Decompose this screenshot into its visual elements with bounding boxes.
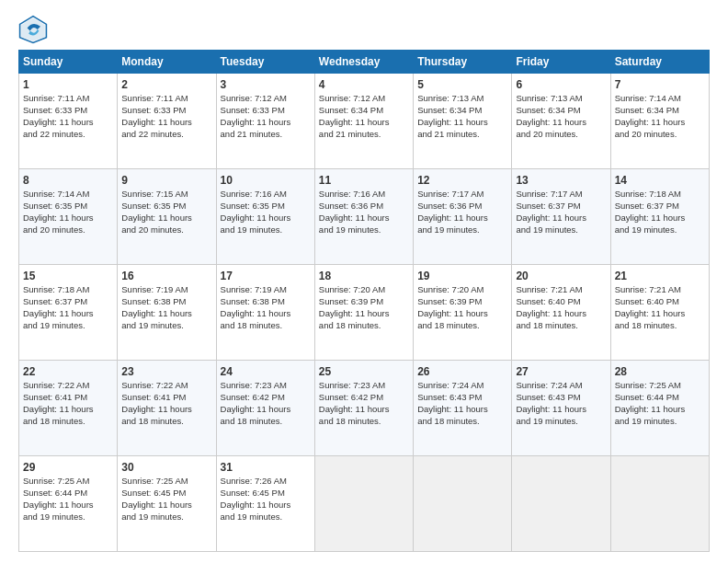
day-cell: 20Sunrise: 7:21 AMSunset: 6:40 PMDayligh… <box>512 265 610 361</box>
page: SundayMondayTuesdayWednesdayThursdayFrid… <box>0 0 728 563</box>
day-info-line: Sunset: 6:43 PM <box>417 392 507 404</box>
day-number: 11 <box>319 173 409 188</box>
day-info-line: and 19 minutes. <box>615 224 705 236</box>
day-number: 17 <box>221 269 311 283</box>
day-info-line: Sunrise: 7:14 AM <box>615 93 705 105</box>
day-info-line: Sunrise: 7:18 AM <box>23 284 113 296</box>
day-cell <box>610 456 709 552</box>
day-info-line: Sunrise: 7:26 AM <box>221 476 311 488</box>
day-info-line: Daylight: 11 hours <box>615 213 705 224</box>
day-number: 16 <box>121 269 211 283</box>
day-cell: 14Sunrise: 7:18 AMSunset: 6:37 PMDayligh… <box>610 169 709 265</box>
header <box>18 15 710 44</box>
calendar-header: SundayMondayTuesdayWednesdayThursdayFrid… <box>19 51 710 74</box>
day-cell: 21Sunrise: 7:21 AMSunset: 6:40 PMDayligh… <box>610 265 709 361</box>
day-info-line: Sunrise: 7:20 AM <box>319 284 409 296</box>
day-info-line: and 18 minutes. <box>319 416 409 428</box>
day-cell: 11Sunrise: 7:16 AMSunset: 6:36 PMDayligh… <box>314 169 413 265</box>
day-info-line: Sunrise: 7:21 AM <box>516 284 606 296</box>
day-info-line: Sunset: 6:37 PM <box>23 296 113 308</box>
day-info-line: and 22 minutes. <box>23 129 113 141</box>
day-cell <box>512 456 610 552</box>
day-info-line: Daylight: 11 hours <box>319 117 409 129</box>
day-info-line: Sunset: 6:40 PM <box>516 296 606 308</box>
day-cell: 9Sunrise: 7:15 AMSunset: 6:35 PMDaylight… <box>118 169 216 265</box>
day-number: 3 <box>221 77 311 92</box>
day-cell: 28Sunrise: 7:25 AMSunset: 6:44 PMDayligh… <box>610 361 709 456</box>
day-cell: 27Sunrise: 7:24 AMSunset: 6:43 PMDayligh… <box>512 361 610 456</box>
day-info-line: and 19 minutes. <box>23 320 113 332</box>
day-info-line: Sunrise: 7:19 AM <box>221 284 311 296</box>
day-number: 15 <box>23 269 113 283</box>
day-info-line: Sunset: 6:45 PM <box>121 488 211 500</box>
day-info-line: Daylight: 11 hours <box>221 500 311 511</box>
day-info-line: Sunrise: 7:18 AM <box>615 189 705 201</box>
day-cell: 3Sunrise: 7:12 AMSunset: 6:33 PMDaylight… <box>216 74 314 169</box>
day-info-line: and 18 minutes. <box>221 416 311 428</box>
day-info-line: and 20 minutes. <box>516 129 606 141</box>
day-info-line: Sunrise: 7:24 AM <box>417 380 507 392</box>
day-cell: 23Sunrise: 7:22 AMSunset: 6:41 PMDayligh… <box>118 361 216 456</box>
day-info-line: Sunrise: 7:12 AM <box>319 93 409 105</box>
day-info-line: Sunrise: 7:14 AM <box>23 189 113 201</box>
day-info-line: Daylight: 11 hours <box>221 117 311 129</box>
day-info-line: Daylight: 11 hours <box>221 213 311 224</box>
day-info-line: Sunrise: 7:13 AM <box>417 93 507 105</box>
day-info-line: Daylight: 11 hours <box>615 117 705 129</box>
day-cell: 13Sunrise: 7:17 AMSunset: 6:37 PMDayligh… <box>512 169 610 265</box>
day-info-line: and 19 minutes. <box>516 224 606 236</box>
day-info-line: Sunrise: 7:25 AM <box>121 476 211 488</box>
day-info-line: Sunset: 6:34 PM <box>516 105 606 117</box>
day-info-line: and 19 minutes. <box>417 224 507 236</box>
day-info-line: Daylight: 11 hours <box>417 213 507 224</box>
day-info-line: Daylight: 11 hours <box>516 404 606 416</box>
day-info-line: and 22 minutes. <box>121 129 211 141</box>
day-cell <box>414 456 512 552</box>
day-info-line: and 19 minutes. <box>221 224 311 236</box>
day-number: 7 <box>615 77 705 92</box>
day-info-line: Daylight: 11 hours <box>23 213 113 224</box>
day-info-line: Daylight: 11 hours <box>516 308 606 320</box>
day-info-line: Sunrise: 7:20 AM <box>417 284 507 296</box>
day-number: 19 <box>417 269 507 283</box>
day-info-line: and 19 minutes. <box>319 224 409 236</box>
day-cell: 10Sunrise: 7:16 AMSunset: 6:35 PMDayligh… <box>216 169 314 265</box>
day-info-line: Daylight: 11 hours <box>417 117 507 129</box>
day-info-line: Sunset: 6:41 PM <box>121 392 211 404</box>
day-number: 5 <box>417 77 507 92</box>
day-info-line: and 20 minutes. <box>23 224 113 236</box>
day-info-line: Sunset: 6:39 PM <box>417 296 507 308</box>
day-info-line: and 19 minutes. <box>121 511 211 523</box>
day-info-line: Sunset: 6:38 PM <box>121 296 211 308</box>
day-info-line: Daylight: 11 hours <box>319 308 409 320</box>
day-info-line: Daylight: 11 hours <box>121 308 211 320</box>
day-info-line: Sunrise: 7:17 AM <box>516 189 606 201</box>
header-cell-saturday: Saturday <box>610 51 709 74</box>
day-info-line: Sunset: 6:37 PM <box>615 201 705 213</box>
day-info-line: Sunset: 6:42 PM <box>319 392 409 404</box>
day-info-line: and 18 minutes. <box>615 320 705 332</box>
day-number: 13 <box>516 173 606 188</box>
calendar-body: 1Sunrise: 7:11 AMSunset: 6:33 PMDaylight… <box>19 74 710 552</box>
day-info-line: Daylight: 11 hours <box>121 213 211 224</box>
day-info-line: Sunrise: 7:25 AM <box>23 476 113 488</box>
day-info-line: and 19 minutes. <box>121 320 211 332</box>
week-row-3: 15Sunrise: 7:18 AMSunset: 6:37 PMDayligh… <box>19 265 710 361</box>
day-info-line: Daylight: 11 hours <box>121 404 211 416</box>
day-cell: 16Sunrise: 7:19 AMSunset: 6:38 PMDayligh… <box>118 265 216 361</box>
day-cell: 17Sunrise: 7:19 AMSunset: 6:38 PMDayligh… <box>216 265 314 361</box>
day-info-line: Sunrise: 7:22 AM <box>121 380 211 392</box>
day-info-line: Daylight: 11 hours <box>121 117 211 129</box>
day-info-line: and 18 minutes. <box>221 320 311 332</box>
day-info-line: Sunrise: 7:19 AM <box>121 284 211 296</box>
day-cell: 6Sunrise: 7:13 AMSunset: 6:34 PMDaylight… <box>512 74 610 169</box>
day-info-line: Sunset: 6:39 PM <box>319 296 409 308</box>
day-number: 21 <box>615 269 705 283</box>
day-info-line: Sunset: 6:43 PM <box>516 392 606 404</box>
day-info-line: Daylight: 11 hours <box>221 404 311 416</box>
day-number: 20 <box>516 269 606 283</box>
day-info-line: Sunset: 6:35 PM <box>121 201 211 213</box>
day-info-line: Sunset: 6:35 PM <box>23 201 113 213</box>
day-cell: 19Sunrise: 7:20 AMSunset: 6:39 PMDayligh… <box>414 265 512 361</box>
day-info-line: Daylight: 11 hours <box>516 117 606 129</box>
